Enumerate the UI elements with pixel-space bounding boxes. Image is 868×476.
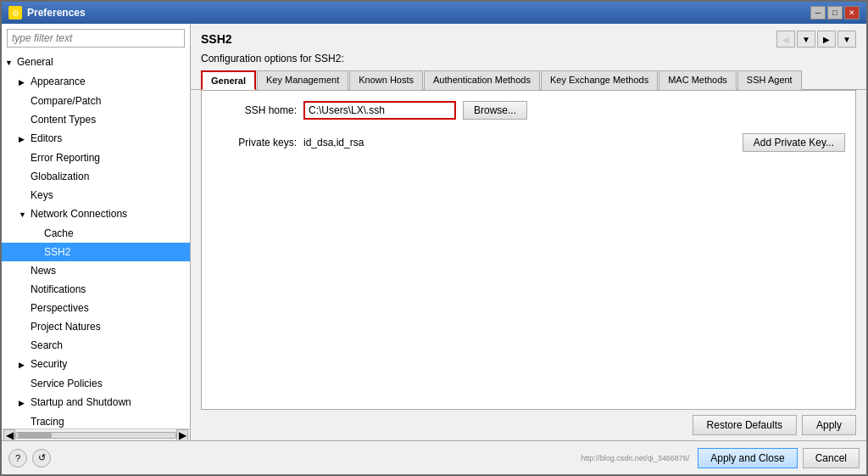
config-label: Configuration options for SSH2: [191, 51, 866, 70]
tab-general[interactable]: General [201, 70, 256, 90]
tab-bar: GeneralKey ManagementKnown HostsAuthenti… [191, 70, 866, 90]
maximize-button[interactable]: □ [827, 6, 843, 20]
tree-item-cache[interactable]: Cache [2, 224, 190, 243]
help-icon[interactable]: ? [8, 449, 27, 468]
expand-arrow: ▶ [19, 132, 29, 147]
tree-item-label: Search [31, 339, 63, 351]
horizontal-scrollbar[interactable]: ◀ ▶ [2, 428, 190, 440]
footer-left: ? ↺ [8, 449, 51, 468]
footer-right: http://blog.csdn.net/qi_3466876/ Apply a… [577, 448, 860, 468]
minimize-button[interactable]: ─ [810, 6, 826, 20]
tree-item-network-connections[interactable]: ▼Network Connections [2, 204, 190, 224]
tree-item-ssh2[interactable]: SSH2 [2, 243, 190, 261]
nav-back-button[interactable]: ◀ [776, 31, 795, 48]
restore-icon[interactable]: ↺ [32, 449, 51, 468]
tree-item-label: Perspectives [31, 302, 89, 314]
tree-items: ▼General▶Appearance Compare/Patch Conten… [2, 53, 190, 428]
nav-forward-dropdown-button[interactable]: ▼ [837, 31, 856, 48]
close-button[interactable]: ✕ [844, 6, 860, 20]
tree-item-startup-shutdown[interactable]: ▶Startup and Shutdown [2, 393, 190, 412]
nav-arrows: ◀ ▼ ▶ ▼ [776, 31, 856, 48]
h-scroll-thumb[interactable] [18, 433, 52, 438]
tree-item-label: Project Natures [31, 321, 101, 333]
expand-arrow: ▶ [19, 75, 29, 90]
tab-mac-methods[interactable]: MAC Methods [659, 70, 737, 90]
tab-content: SSH home: Browse... Private keys: id_dsa… [201, 90, 856, 410]
left-panel: ▼General▶Appearance Compare/Patch Conten… [2, 24, 191, 440]
restore-defaults-button[interactable]: Restore Defaults [693, 415, 797, 435]
tree-item-content-types[interactable]: Content Types [2, 110, 190, 129]
title-bar-controls: ─ □ ✕ [810, 6, 860, 20]
tree-item-label: Network Connections [31, 208, 127, 220]
tree-item-globalization[interactable]: Globalization [2, 167, 190, 186]
title-bar: ⚙ Preferences ─ □ ✕ [2, 2, 866, 24]
ssh-home-label: SSH home: [212, 104, 297, 116]
tab-ssh-agent[interactable]: SSH Agent [737, 70, 802, 90]
tree-item-label: Editors [31, 132, 62, 144]
tree-item-compare-patch[interactable]: Compare/Patch [2, 92, 190, 110]
tree-item-label: Content Types [31, 114, 96, 126]
tree-item-service-policies[interactable]: Service Policies [2, 374, 190, 393]
nav-forward-button[interactable]: ▶ [817, 31, 836, 48]
tree-item-security[interactable]: ▶Security [2, 355, 190, 374]
tree-item-label: Tracing [31, 416, 64, 428]
private-keys-value: id_dsa,id_rsa [303, 137, 364, 148]
right-header: SSH2 ◀ ▼ ▶ ▼ [191, 24, 866, 51]
tree-item-label: Globalization [31, 171, 89, 182]
tree-item-notifications[interactable]: Notifications [2, 280, 190, 299]
bottom-actions: Restore Defaults Apply [191, 410, 866, 440]
tree-item-search[interactable]: Search [2, 336, 190, 355]
tree-item-editors[interactable]: ▶Editors [2, 129, 190, 148]
url-text: http://blog.csdn.net/qi_3466876/ [577, 452, 693, 464]
tab-known-hosts[interactable]: Known Hosts [349, 70, 423, 90]
tab-auth-methods[interactable]: Authentication Methods [424, 70, 540, 90]
scroll-left-btn[interactable]: ◀ [3, 429, 15, 441]
tree-item-error-reporting[interactable]: Error Reporting [2, 148, 190, 167]
private-keys-label: Private keys: [212, 137, 297, 148]
tree-item-label: Startup and Shutdown [31, 396, 131, 408]
tree-item-general[interactable]: ▼General [2, 53, 190, 72]
h-scroll-track[interactable] [15, 432, 176, 439]
tree-item-label: Cache [44, 227, 74, 239]
footer-bar: ? ↺ http://blog.csdn.net/qi_3466876/ App… [2, 440, 866, 474]
ssh-home-input[interactable] [303, 101, 456, 120]
tree-item-label: Keys [31, 189, 53, 201]
tree-item-label: Service Policies [31, 378, 103, 389]
app-icon: ⚙ [8, 6, 22, 20]
tree-item-project-natures[interactable]: Project Natures [2, 317, 190, 336]
main-content: ▼General▶Appearance Compare/Patch Conten… [2, 24, 866, 440]
cancel-button[interactable]: Cancel [803, 448, 860, 468]
tree-item-label: Error Reporting [31, 152, 100, 164]
tree-item-perspectives[interactable]: Perspectives [2, 299, 190, 317]
apply-button[interactable]: Apply [802, 415, 856, 435]
tree-item-label: News [31, 265, 56, 277]
page-title: SSH2 [201, 32, 232, 46]
scroll-right-btn[interactable]: ▶ [176, 429, 188, 441]
tree-item-news[interactable]: News [2, 261, 190, 280]
title-bar-left: ⚙ Preferences [8, 6, 86, 20]
apply-and-close-button[interactable]: Apply and Close [698, 448, 797, 468]
tree-item-label: Compare/Patch [31, 95, 101, 107]
tree-item-label: SSH2 [44, 246, 70, 258]
expand-arrow: ▼ [19, 207, 29, 222]
tab-key-exchange[interactable]: Key Exchange Methods [541, 70, 658, 90]
tree-item-label: Security [31, 358, 67, 370]
expand-arrow: ▼ [5, 55, 15, 70]
tab-key-management[interactable]: Key Management [257, 70, 348, 90]
add-private-key-button[interactable]: Add Private Key... [743, 133, 845, 152]
tree-item-keys[interactable]: Keys [2, 186, 190, 204]
tree-item-label: General [17, 56, 53, 68]
expand-arrow: ▶ [19, 357, 29, 372]
private-keys-row: Private keys: id_dsa,id_rsa Add Private … [212, 133, 845, 152]
tree-item-label: Notifications [31, 283, 86, 295]
tree-item-appearance[interactable]: ▶Appearance [2, 72, 190, 92]
filter-input[interactable] [7, 29, 185, 48]
tree-item-label: Appearance [31, 76, 86, 87]
tree-container: ▼General▶Appearance Compare/Patch Conten… [2, 53, 190, 428]
tree-item-tracing[interactable]: Tracing [2, 412, 190, 428]
right-panel: SSH2 ◀ ▼ ▶ ▼ Configuration options for S… [191, 24, 866, 440]
nav-dropdown-button[interactable]: ▼ [797, 31, 815, 48]
preferences-window: ⚙ Preferences ─ □ ✕ ▼General▶Appearance … [0, 0, 868, 476]
ssh-home-row: SSH home: Browse... [212, 101, 845, 120]
browse-button[interactable]: Browse... [463, 101, 527, 120]
